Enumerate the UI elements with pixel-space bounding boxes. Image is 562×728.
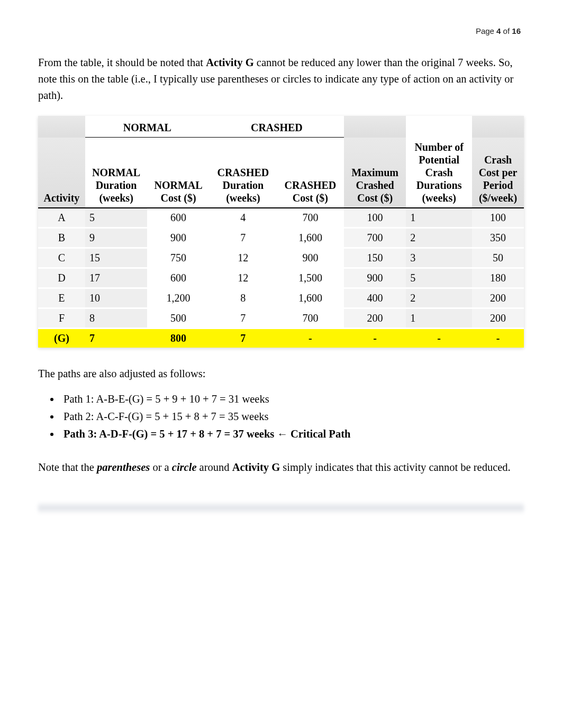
cell-mc: - — [344, 327, 406, 348]
table-row: D 17 600 12 1,500 900 5 180 — [38, 267, 524, 287]
cell-mc: 200 — [344, 307, 406, 327]
cell-ccp: 50 — [472, 247, 524, 267]
cell-activity: (G) — [38, 327, 85, 348]
intro-paragraph: From the table, it should be noted that … — [38, 54, 524, 103]
blank-h2 — [344, 116, 406, 138]
cell-activity: F — [38, 307, 85, 327]
table-row: C 15 750 12 900 150 3 50 — [38, 247, 524, 267]
col-potential: Number of Potential Crash Durations (wee… — [406, 138, 472, 208]
note-it2: circle — [172, 461, 197, 473]
cell-ccp: 100 — [472, 208, 524, 227]
paths-list: Path 1: A-B-E-(G) = 5 + 9 + 10 + 7 = 31 … — [60, 393, 524, 440]
cell-activity: E — [38, 287, 85, 307]
col-max-crashed: Maximum Crashed Cost ($) — [344, 138, 406, 208]
cell-mc: 700 — [344, 227, 406, 247]
blank-h3 — [406, 116, 472, 138]
cell-mc: 900 — [344, 267, 406, 287]
table-row: B 9 900 7 1,600 700 2 350 — [38, 227, 524, 247]
table-group-row: NORMAL CRASHED — [38, 116, 524, 138]
note-it1: parentheses — [97, 461, 150, 473]
cell-cd: 12 — [210, 247, 277, 267]
cell-activity: A — [38, 208, 85, 227]
blank-h — [38, 116, 85, 138]
intro-bold-activity: Activity G — [206, 57, 254, 68]
table-row: F 8 500 7 700 200 1 200 — [38, 307, 524, 327]
table-row-highlighted: (G) 7 800 7 - - - - — [38, 327, 524, 348]
cell-pot: 1 — [406, 307, 472, 327]
cell-cd: 7 — [210, 307, 277, 327]
cell-cc: 700 — [277, 307, 344, 327]
cell-cd: 8 — [210, 287, 277, 307]
cell-nc: 750 — [147, 247, 209, 267]
cell-nc: 800 — [147, 327, 209, 348]
cell-nd: 17 — [85, 267, 147, 287]
cell-ccp: 350 — [472, 227, 524, 247]
path-3-critical: Path 3: A-D-F-(G) = 5 + 17 + 8 + 7 = 37 … — [64, 428, 350, 440]
crash-table-container: NORMAL CRASHED Activity NORMAL Duration … — [38, 116, 524, 348]
cell-nc: 1,200 — [147, 287, 209, 307]
cell-nd: 15 — [85, 247, 147, 267]
col-normal-cost: NORMAL Cost ($) — [147, 138, 209, 208]
col-activity: Activity — [38, 138, 85, 208]
table-header-row: Activity NORMAL Duration (weeks) NORMAL … — [38, 138, 524, 208]
table-row: E 10 1,200 8 1,600 400 2 200 — [38, 287, 524, 307]
group-crashed: CRASHED — [210, 116, 344, 138]
cell-pot: 3 — [406, 247, 472, 267]
cell-cc: 1,600 — [277, 227, 344, 247]
cell-cd: 7 — [210, 227, 277, 247]
cell-nc: 600 — [147, 208, 209, 227]
note-t4: simply indicates that this activity cann… — [280, 461, 511, 473]
cell-ccp: 180 — [472, 267, 524, 287]
col-crashed-duration: CRASHED Duration (weeks) — [210, 138, 277, 208]
blank-h4 — [472, 116, 524, 138]
page-label-prefix: Page — [476, 26, 496, 35]
group-normal: NORMAL — [85, 116, 210, 138]
page-header: Page 4 of 16 — [38, 26, 524, 35]
col-normal-duration: NORMAL Duration (weeks) — [85, 138, 147, 208]
cell-cc: - — [277, 327, 344, 348]
cell-cc: 700 — [277, 208, 344, 227]
cell-pot: 5 — [406, 267, 472, 287]
cell-nd: 5 — [85, 208, 147, 227]
cell-activity: C — [38, 247, 85, 267]
cell-pot: - — [406, 327, 472, 348]
cell-mc: 400 — [344, 287, 406, 307]
cell-mc: 150 — [344, 247, 406, 267]
cell-cc: 1,500 — [277, 267, 344, 287]
col-crashed-cost: CRASHED Cost ($) — [277, 138, 344, 208]
cell-cc: 1,600 — [277, 287, 344, 307]
cell-pot: 2 — [406, 287, 472, 307]
col-crash-cost-period: Crash Cost per Period ($/week) — [472, 138, 524, 208]
cell-cc: 900 — [277, 247, 344, 267]
cell-activity: D — [38, 267, 85, 287]
table-body: A 5 600 4 700 100 1 100 B 9 900 7 1,600 … — [38, 208, 524, 348]
cell-cd: 12 — [210, 267, 277, 287]
cell-pot: 1 — [406, 208, 472, 227]
intro-text-before: From the table, it should be noted that — [38, 57, 206, 68]
list-item: Path 3: A-D-F-(G) = 5 + 17 + 8 + 7 = 37 … — [60, 428, 524, 440]
list-item: Path 1: A-B-E-(G) = 5 + 9 + 10 + 7 = 31 … — [60, 393, 524, 405]
note-t3: around — [196, 461, 232, 473]
cell-activity: B — [38, 227, 85, 247]
note-paragraph: Note that the parentheses or a circle ar… — [38, 459, 524, 476]
cell-nd: 9 — [85, 227, 147, 247]
cell-nc: 600 — [147, 267, 209, 287]
cell-nc: 900 — [147, 227, 209, 247]
cell-ccp: 200 — [472, 287, 524, 307]
cell-nc: 500 — [147, 307, 209, 327]
cell-nd: 7 — [85, 327, 147, 348]
document-page: Page 4 of 16 From the table, it should b… — [0, 0, 562, 535]
path-2: Path 2: A-C-F-(G) = 5 + 15 + 8 + 7 = 35 … — [64, 411, 269, 422]
note-t1: Note that the — [38, 461, 97, 473]
cell-ccp: 200 — [472, 307, 524, 327]
cell-nd: 8 — [85, 307, 147, 327]
paths-intro: The paths are also adjusted as follows: — [38, 366, 524, 382]
page-total: 16 — [512, 26, 521, 35]
crash-table: NORMAL CRASHED Activity NORMAL Duration … — [38, 116, 524, 348]
blur-divider — [38, 502, 524, 514]
note-b1: Activity G — [232, 461, 280, 473]
cell-nd: 10 — [85, 287, 147, 307]
cell-cd: 7 — [210, 327, 277, 348]
cell-mc: 100 — [344, 208, 406, 227]
list-item: Path 2: A-C-F-(G) = 5 + 15 + 8 + 7 = 35 … — [60, 411, 524, 423]
